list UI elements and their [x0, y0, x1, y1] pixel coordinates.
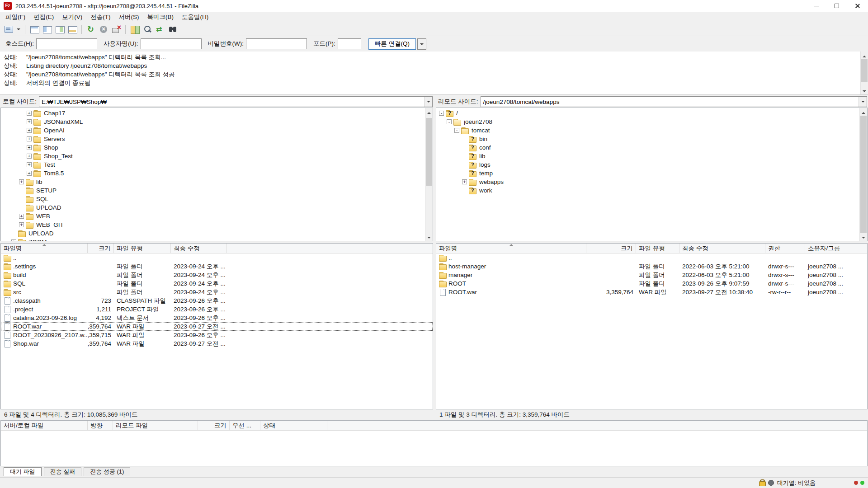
log-scrollbar[interactable] — [860, 52, 868, 94]
site-manager-dropdown-icon[interactable] — [15, 23, 22, 35]
toggle-local-tree-icon[interactable] — [41, 23, 53, 35]
local-path-combobox[interactable] — [39, 96, 433, 107]
scroll-thumb[interactable] — [861, 59, 868, 82]
tree-item[interactable]: + Shop_Test — [1, 152, 425, 160]
menu-item[interactable]: 서버(S) — [115, 12, 143, 23]
file-row[interactable]: host-manager 파일 폴더 2022-06-03 오후 5:21:00… — [436, 262, 867, 271]
file-row[interactable]: .classpath 723 CLASSPATH 파일 2023-09-26 오… — [1, 296, 433, 305]
tree-expander-toggle[interactable]: + — [27, 171, 32, 176]
tree-item[interactable]: UPLOAD — [1, 229, 425, 238]
remote-tree-scrollbar[interactable] — [859, 108, 867, 241]
menu-item[interactable]: 보기(V) — [58, 12, 86, 23]
column-header[interactable]: 권한 — [765, 244, 805, 253]
tree-expander-toggle[interactable]: + — [11, 239, 16, 241]
tree-expander-toggle[interactable]: + — [27, 145, 32, 150]
queue-body[interactable] — [1, 431, 867, 466]
tree-expander-toggle[interactable]: + — [19, 179, 24, 184]
file-row[interactable]: ROOT 파일 폴더 2023-09-26 오후 9:07:59 drwxr-s… — [436, 279, 867, 288]
file-row[interactable]: .project 1,211 PROJECT 파일 2023-09-26 오후 … — [1, 305, 433, 314]
local-path-input[interactable] — [39, 97, 424, 107]
file-row[interactable]: ROOT.war 3,359,764 WAR 파일 2023-09-27 오전 … — [436, 288, 867, 296]
tree-item[interactable]: SETUP — [1, 186, 425, 195]
menu-item[interactable]: 전송(T) — [86, 12, 114, 23]
tree-item[interactable]: ? temp — [436, 169, 859, 178]
tree-item[interactable]: ? logs — [436, 160, 859, 169]
tree-item[interactable]: + JSONandXML — [1, 117, 425, 126]
scroll-up-button[interactable] — [861, 52, 868, 59]
tree-item[interactable]: - joeun2708 — [436, 117, 859, 126]
toggle-remote-tree-icon[interactable] — [54, 23, 66, 35]
column-header[interactable]: 최종 수정 — [679, 244, 765, 253]
tree-item[interactable]: + webapps — [436, 178, 859, 186]
remote-path-dropdown-icon[interactable] — [859, 97, 867, 107]
column-header[interactable]: 서버/로컬 파일 — [1, 421, 88, 430]
tree-expander-toggle[interactable]: + — [27, 128, 32, 133]
column-header[interactable]: 크기 — [198, 421, 230, 430]
file-row[interactable]: .. — [1, 253, 433, 262]
menu-item[interactable]: 도움말(H) — [178, 12, 212, 23]
column-header[interactable]: 파일명 — [436, 244, 586, 253]
tree-item[interactable]: UPLOAD — [1, 203, 425, 212]
minimize-button[interactable] — [806, 0, 826, 12]
menu-item[interactable]: 파일(F) — [1, 12, 29, 23]
scroll-down-button[interactable] — [860, 233, 867, 241]
column-header[interactable]: 크기 — [88, 244, 114, 253]
file-row[interactable]: .settings 파일 폴더 2023-09-24 오후 ... — [1, 262, 433, 271]
tree-item[interactable]: + WEB_GIT — [1, 221, 425, 229]
tree-item[interactable]: + lib — [1, 178, 425, 186]
scroll-up-button[interactable] — [860, 108, 867, 116]
column-header[interactable]: 파일 유형 — [114, 244, 171, 253]
file-row[interactable]: catalina.2023-09-26.log 4,192 텍스트 문서 202… — [1, 314, 433, 322]
column-header[interactable]: 소유자/그룹 — [805, 244, 868, 253]
file-row[interactable]: build 파일 폴더 2023-09-24 오후 ... — [1, 271, 433, 279]
queue-tab[interactable]: 전송 성공 (1) — [84, 467, 130, 476]
column-header[interactable]: 방향 — [88, 421, 113, 430]
column-header[interactable]: 리모트 파일 — [113, 421, 198, 430]
file-row[interactable]: ROOT_20230926_2107.w... 3,359,715 WAR 파일… — [1, 331, 433, 339]
disconnect-icon[interactable] — [110, 23, 122, 35]
tree-item[interactable]: + ZOOM — [1, 238, 425, 241]
password-input[interactable] — [246, 38, 307, 49]
menu-item[interactable]: 편집(E) — [29, 12, 58, 23]
column-header[interactable]: 우선 ... — [230, 421, 260, 430]
file-row[interactable]: .. — [436, 253, 867, 262]
tree-item[interactable]: - ? / — [436, 109, 859, 117]
host-input[interactable] — [36, 38, 97, 49]
tree-item[interactable]: ? bin — [436, 135, 859, 143]
scroll-down-button[interactable] — [425, 233, 433, 241]
file-row[interactable]: SQL 파일 폴더 2023-09-24 오후 ... — [1, 279, 433, 288]
tree-item[interactable]: + OpenAI — [1, 126, 425, 135]
tree-item[interactable]: - tomcat — [436, 126, 859, 135]
tree-expander-toggle[interactable]: + — [27, 136, 32, 141]
tree-expander-toggle[interactable]: + — [19, 214, 24, 219]
port-input[interactable] — [338, 38, 361, 49]
column-header[interactable]: 상태 — [260, 421, 327, 430]
remote-path-combobox[interactable] — [481, 96, 867, 107]
tree-expander-toggle[interactable]: + — [27, 111, 32, 116]
tree-item[interactable]: + Shop — [1, 143, 425, 152]
toggle-message-log-icon[interactable] — [28, 23, 40, 35]
tree-expander-toggle[interactable]: + — [462, 179, 467, 184]
find-icon[interactable] — [167, 23, 179, 35]
tree-expander-toggle[interactable]: + — [27, 162, 32, 167]
tree-item[interactable]: + Test — [1, 160, 425, 169]
tree-item[interactable]: ? work — [436, 186, 859, 195]
tree-expander-toggle[interactable]: - — [439, 111, 444, 116]
quickconnect-button[interactable]: 빠른 연결(Q) — [368, 38, 416, 50]
tree-item[interactable]: ? lib — [436, 152, 859, 160]
tree-expander-toggle[interactable]: + — [27, 119, 32, 124]
queue-tab[interactable]: 대기 파일 — [4, 467, 42, 476]
secure-connection-lock-icon[interactable] — [759, 479, 765, 486]
tree-expander-toggle[interactable]: + — [27, 154, 32, 159]
local-tree-scrollbar[interactable] — [425, 108, 433, 241]
toggle-queue-icon[interactable] — [66, 23, 78, 35]
menu-item[interactable]: 북마크(B) — [143, 12, 178, 23]
maximize-button[interactable] — [826, 0, 847, 12]
remote-path-input[interactable] — [481, 97, 859, 107]
site-manager-icon[interactable] — [3, 23, 14, 35]
quickconnect-dropdown-button[interactable] — [417, 38, 426, 50]
tree-expander-toggle[interactable]: - — [454, 128, 459, 133]
tree-expander-toggle[interactable]: + — [19, 222, 24, 227]
tree-item[interactable]: SQL — [1, 195, 425, 203]
search-icon[interactable] — [142, 23, 153, 35]
